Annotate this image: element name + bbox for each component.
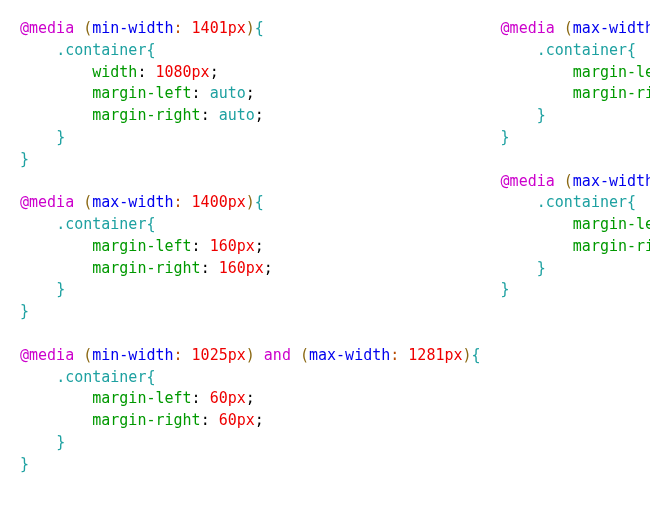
code-token: }	[501, 128, 510, 146]
code-token: auto	[210, 84, 246, 102]
code-token: margin-right	[92, 106, 200, 124]
code-token: auto	[219, 106, 255, 124]
code-token: .container	[56, 368, 146, 386]
code-token	[399, 346, 408, 364]
code-column-right: @media (max-width: 1024px){ .container{ …	[501, 18, 650, 497]
code-token: ;	[246, 84, 255, 102]
code-token: max-width	[573, 19, 650, 37]
css-media-block: @media (max-width: 1400px){ .container{ …	[20, 192, 481, 323]
code-token: :	[201, 259, 210, 277]
code-token: 60px	[210, 389, 246, 407]
code-token: margin-right	[92, 259, 200, 277]
code-token: (	[83, 346, 92, 364]
code-token: {	[146, 215, 155, 233]
code-token: (	[300, 346, 309, 364]
code-token: }	[20, 150, 29, 168]
code-token: @media	[20, 346, 74, 364]
code-token: )	[246, 193, 255, 211]
code-token: min-width	[92, 19, 173, 37]
code-token: and	[264, 346, 291, 364]
code-token: }	[20, 455, 29, 473]
code-token: 1025px	[192, 346, 246, 364]
code-token: @media	[501, 19, 555, 37]
code-token: max-width	[309, 346, 390, 364]
code-token: ;	[264, 259, 273, 277]
code-token: }	[56, 280, 65, 298]
code-token: {	[146, 368, 155, 386]
code-token: @media	[501, 172, 555, 190]
code-token	[201, 237, 210, 255]
code-token: (	[83, 19, 92, 37]
code-token: }	[537, 259, 546, 277]
code-token: margin-left	[92, 237, 191, 255]
code-token: .container	[56, 215, 146, 233]
css-media-block: @media (max-width: 500px){ .container{ m…	[501, 171, 650, 302]
code-token: width	[92, 63, 137, 81]
code-token	[201, 389, 210, 407]
code-token: )	[463, 346, 472, 364]
code-token: 160px	[219, 259, 264, 277]
code-token: :	[192, 389, 201, 407]
code-token	[183, 19, 192, 37]
code-token: :	[201, 106, 210, 124]
code-token: margin-left	[573, 215, 650, 233]
code-token: margin-left	[573, 63, 650, 81]
code-token: {	[627, 41, 636, 59]
code-token	[183, 193, 192, 211]
code-token: 160px	[210, 237, 255, 255]
css-media-block: @media (min-width: 1401px){ .container{ …	[20, 18, 481, 170]
code-token: :	[192, 237, 201, 255]
code-token: margin-left	[92, 84, 191, 102]
code-token: .container	[56, 41, 146, 59]
code-token: margin-right	[92, 411, 200, 429]
code-token: {	[146, 41, 155, 59]
code-token: :	[174, 193, 183, 211]
code-token: {	[255, 19, 264, 37]
code-token	[210, 411, 219, 429]
css-media-block: @media (max-width: 1024px){ .container{ …	[501, 18, 650, 149]
code-token: }	[537, 106, 546, 124]
code-token: }	[501, 280, 510, 298]
code-token: max-width	[573, 172, 650, 190]
code-token: (	[564, 19, 573, 37]
code-token: ;	[255, 106, 264, 124]
code-token: margin-left	[92, 389, 191, 407]
code-token: }	[56, 433, 65, 451]
code-token: :	[174, 346, 183, 364]
code-token	[201, 84, 210, 102]
code-token: )	[246, 346, 255, 364]
code-token: 1080px	[155, 63, 209, 81]
code-token: (	[83, 193, 92, 211]
code-token	[210, 106, 219, 124]
code-token: :	[174, 19, 183, 37]
code-token: ;	[255, 237, 264, 255]
css-media-block: @media (min-width: 1025px) and (max-widt…	[20, 345, 481, 476]
code-token: {	[255, 193, 264, 211]
code-token: 1400px	[192, 193, 246, 211]
code-token	[210, 259, 219, 277]
code-token	[183, 346, 192, 364]
code-token: 1281px	[408, 346, 462, 364]
code-token: :	[390, 346, 399, 364]
code-token: min-width	[92, 346, 173, 364]
code-token: margin-right	[573, 84, 650, 102]
code-token: @media	[20, 19, 74, 37]
code-token: {	[627, 193, 636, 211]
code-token: :	[192, 84, 201, 102]
code-column-left: @media (min-width: 1401px){ .container{ …	[20, 18, 481, 497]
code-token: 1401px	[192, 19, 246, 37]
code-token: {	[472, 346, 481, 364]
code-token: }	[56, 128, 65, 146]
code-token: :	[201, 411, 210, 429]
code-token: @media	[20, 193, 74, 211]
code-token: (	[564, 172, 573, 190]
code-token: max-width	[92, 193, 173, 211]
code-token: margin-right	[573, 237, 650, 255]
code-token: )	[246, 19, 255, 37]
code-token: 60px	[219, 411, 255, 429]
code-token: }	[20, 302, 29, 320]
code-token: .container	[537, 41, 627, 59]
code-columns: @media (min-width: 1401px){ .container{ …	[0, 0, 650, 513]
code-token: .container	[537, 193, 627, 211]
code-token: ;	[210, 63, 219, 81]
